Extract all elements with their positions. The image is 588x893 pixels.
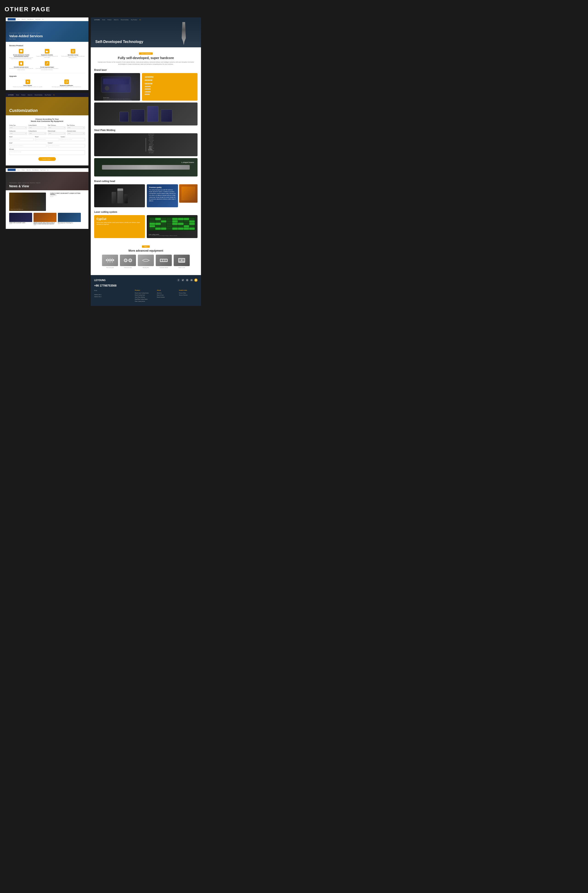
- submit-button[interactable]: Custom Order →: [38, 157, 56, 161]
- site1-nav-product[interactable]: Buy Product: [35, 19, 40, 20]
- site3-nav-home[interactable]: Home: [18, 169, 20, 170]
- label-automatic-device: Automatic device: [67, 130, 85, 132]
- more-equipment-section: More More advanced equipment Servo servo…: [94, 242, 198, 271]
- input-email[interactable]: Please input your email address: [9, 144, 46, 147]
- grid-cell: [178, 220, 183, 222]
- site1-nav-about[interactable]: About Us: [22, 19, 26, 20]
- input-phone[interactable]: Please input your phone: [35, 138, 59, 141]
- cypecut-box: CypCut CypCut laser cutting machine cont…: [94, 215, 145, 238]
- grid-cell: [155, 222, 161, 225]
- footer-address-text: Email Address line 1 Address line 2: [94, 290, 131, 298]
- footer-useful-link-2[interactable]: Terms of Service: [179, 294, 198, 296]
- intro-block: Recommended Fully self-developed, super …: [94, 51, 198, 65]
- input-function[interactable]: Please input your function: [48, 144, 85, 147]
- textarea-message[interactable]: Please input your message: [9, 150, 85, 155]
- site3-nav-about[interactable]: About Us: [27, 169, 30, 170]
- social-icon-5[interactable]: [194, 278, 198, 282]
- site3-nav: Home Product About Us Brand Activities B…: [6, 168, 88, 172]
- monitor-icon: [19, 49, 23, 54]
- eq-item-4: Crossbeam and bed: [156, 255, 172, 268]
- footer-product-item-2[interactable]: Brand Cutting Head: [135, 294, 153, 296]
- site2-nav-about[interactable]: About Us: [28, 94, 32, 96]
- right-nav-en[interactable]: En: [140, 19, 141, 21]
- site3-nav-buy[interactable]: Buy Product: [40, 169, 45, 170]
- select-material-length[interactable]: Select▼: [48, 132, 66, 135]
- grid-cell: [172, 218, 178, 220]
- input-country[interactable]: Please input your country: [61, 138, 85, 141]
- right-nav-buy[interactable]: Buy Product: [131, 19, 137, 21]
- site2-nav-buy[interactable]: Buy Product: [45, 94, 51, 96]
- footer-about-item-3[interactable]: Brand Activities: [157, 296, 176, 298]
- laser-system-title: Laser cutting system: [94, 211, 198, 213]
- steel-plate-desc: The cutting platform adopts closed box-t…: [148, 133, 154, 153]
- customize-title: Choose According To YourNeeds And Custom…: [9, 118, 85, 122]
- site3-nav-product[interactable]: Product: [22, 169, 25, 170]
- brand-cutting-head-section: Brand cutting head: [94, 180, 198, 207]
- select-pipe-thickness[interactable]: Select▼: [67, 126, 85, 129]
- site3-nav-en[interactable]: En: [47, 169, 48, 170]
- social-icon-2[interactable]: [181, 278, 184, 282]
- right-nav-home[interactable]: Home: [102, 19, 105, 21]
- footer-product-item-3[interactable]: Steel Plate Welding: [135, 296, 153, 298]
- right-nav-activities[interactable]: Brand Activities: [121, 19, 129, 21]
- select-automatic-device[interactable]: Select▼: [67, 132, 85, 135]
- service-grid: On-site maintenance of whole machine/aux…: [9, 49, 85, 70]
- other-page-label: OTHER PAGE: [3, 3, 203, 18]
- footer-top: LEYOUNG: [94, 278, 198, 282]
- select-cutting-area[interactable]: Select▼: [9, 132, 27, 135]
- right-nav-product[interactable]: Product: [108, 19, 111, 21]
- tool-icon: [45, 61, 50, 66]
- service-item-desc-3: Professional operator training on all ma…: [61, 56, 85, 58]
- price-6000w: 6000W: [145, 93, 195, 96]
- right-site-hero: Self-Developed Technology: [91, 22, 201, 47]
- laser-system-label: Laser cutting system Laser cutting offer…: [148, 234, 177, 236]
- site-news-view: Home Product About Us Brand Activities B…: [6, 168, 88, 229]
- select-plate-thickness[interactable]: Select▼: [48, 126, 66, 129]
- device-3: [124, 194, 128, 203]
- service-item-desc-5: On-site diagnosis and repair services wi…: [35, 68, 59, 70]
- grid-cell: [189, 227, 195, 230]
- more-eq-title: More advanced equipment: [94, 249, 198, 252]
- site3-nav-activities[interactable]: Brand Activities: [32, 169, 39, 170]
- footer-about-item-1[interactable]: About Us: [157, 292, 176, 294]
- select-cutting-distance[interactable]: Select▼: [28, 132, 46, 135]
- site1-hero-title: Value-Added Services: [9, 34, 43, 38]
- footer-product-title: Product: [135, 290, 153, 291]
- site1-nav-home[interactable]: Home: [18, 19, 20, 20]
- svg-point-3: [48, 52, 48, 53]
- site2-nav-product[interactable]: Product: [21, 94, 25, 96]
- footer-useful-link-1[interactable]: Privacy Policy: [179, 292, 198, 294]
- footer-about-item-2[interactable]: News & View: [157, 294, 176, 296]
- site1-nav-activities[interactable]: Brand Activities: [27, 19, 33, 20]
- site2-nav-home[interactable]: Home: [16, 94, 19, 96]
- upgrade-section: Upgrade Power Upgrade Provide strong, lo…: [9, 75, 85, 87]
- eq-img-2: [120, 255, 136, 266]
- right-nav-about[interactable]: About Us: [114, 19, 118, 21]
- price-20000w: 20000W: [145, 88, 195, 90]
- label-phone: Phone*: [35, 136, 59, 137]
- footer-product-item-1[interactable]: Brand Laser Cutting Series: [135, 292, 153, 294]
- eq-item-2: Transmission parts: [120, 255, 136, 268]
- label-email: Email*: [9, 142, 46, 144]
- social-icon-3[interactable]: [186, 278, 189, 282]
- eq-label-4: Crossbeam and bed: [156, 267, 172, 268]
- select-cutting-type[interactable]: Select▼: [9, 126, 27, 129]
- label-name: Name*: [9, 136, 33, 137]
- grid-cell: [178, 222, 183, 225]
- social-icon-4[interactable]: [190, 278, 193, 282]
- news-main-row: China's First 20,000-Watt Laser CHINA'S …: [9, 192, 85, 211]
- site1-nav: Home About Us Brand Activities Buy Produ…: [6, 18, 88, 21]
- site1-nav-lang[interactable]: En: [42, 19, 44, 20]
- select-cutting-material[interactable]: Select▼: [28, 126, 46, 129]
- site2-nav-activities[interactable]: Brand Activities: [34, 94, 42, 96]
- news-thumb-3: West Lyang Laser Technology Co... June 0…: [58, 213, 81, 227]
- site2-nav-en[interactable]: En: [53, 94, 55, 96]
- screen-display: [148, 217, 196, 231]
- form-field-email: Email* Please input your email address: [9, 142, 46, 147]
- footer-product-item-4[interactable]: Pipe/Plate Cutting Series: [135, 298, 153, 300]
- footer-product-item-5[interactable]: Plate Cutting Series: [135, 300, 153, 302]
- social-icon-1[interactable]: [177, 278, 180, 282]
- news-thumb-row: CHINA'S FIRST 20,000-WATT LASER... June …: [9, 213, 85, 227]
- screen-grid: [149, 217, 195, 230]
- input-name[interactable]: Please input your name: [9, 138, 33, 141]
